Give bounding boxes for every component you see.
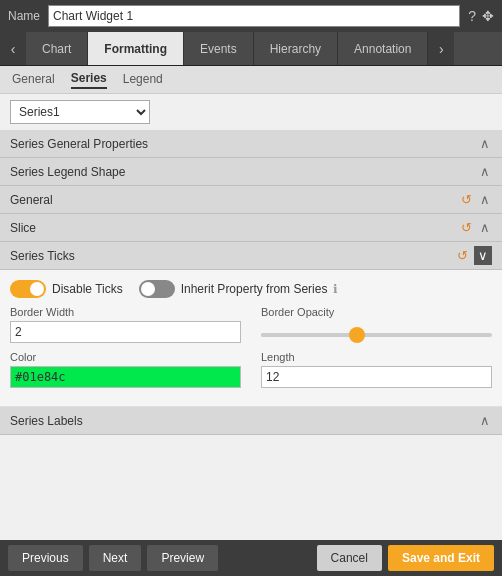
section-slice[interactable]: Slice ↺ ∧ — [0, 214, 502, 242]
tab-next-arrow[interactable]: › — [428, 32, 454, 65]
cancel-button[interactable]: Cancel — [317, 545, 382, 571]
ticks-refresh-btn[interactable]: ↺ — [455, 246, 470, 265]
section-series-general-title: Series General Properties — [10, 137, 148, 151]
border-width-group: Border Width — [10, 306, 241, 343]
tab-annotation[interactable]: Annotation — [338, 32, 428, 65]
slider-track — [261, 333, 492, 337]
border-width-label: Border Width — [10, 306, 241, 318]
tab-events[interactable]: Events — [184, 32, 254, 65]
tab-chart[interactable]: Chart — [26, 32, 88, 65]
slice-collapse-btn[interactable]: ∧ — [478, 218, 492, 237]
border-width-input[interactable] — [10, 321, 241, 343]
section-series-general-icons: ∧ — [478, 134, 492, 153]
title-bar: Name ? ✥ — [0, 0, 502, 32]
inherit-property-thumb — [141, 282, 155, 296]
inherit-property-toggle[interactable] — [139, 280, 175, 298]
widget-name-input[interactable] — [48, 5, 460, 27]
length-group: Length — [261, 351, 492, 388]
section-series-legend-title: Series Legend Shape — [10, 165, 125, 179]
preview-button[interactable]: Preview — [147, 545, 218, 571]
tab-bar: ‹ Chart Formatting Events Hierarchy Anno… — [0, 32, 502, 66]
length-label: Length — [261, 351, 492, 363]
border-opacity-group: Border Opacity — [261, 306, 492, 343]
color-label: Color — [10, 351, 241, 363]
save-and-exit-button[interactable]: Save and Exit — [388, 545, 494, 571]
inherit-property-track — [139, 280, 175, 298]
info-icon: ℹ — [333, 282, 338, 296]
series-select[interactable]: Series1 Series2 Series3 — [10, 100, 150, 124]
section-slice-icons: ↺ ∧ — [459, 218, 492, 237]
section-slice-title: Slice — [10, 221, 36, 235]
series-legend-collapse-btn[interactable]: ∧ — [478, 162, 492, 181]
section-series-legend-icons: ∧ — [478, 162, 492, 181]
disable-ticks-thumb — [30, 282, 44, 296]
help-icon[interactable]: ? — [468, 8, 476, 24]
content-area: General Series Legend Series1 Series2 Se… — [0, 66, 502, 540]
disable-ticks-toggle[interactable] — [10, 280, 46, 298]
tab-prev-arrow[interactable]: ‹ — [0, 32, 26, 65]
series-ticks-content: Disable Ticks Inherit Property from Seri… — [0, 270, 502, 407]
subtab-series[interactable]: Series — [71, 71, 107, 89]
color-value: #01e84c — [15, 370, 66, 384]
border-row: Border Width Border Opacity — [10, 306, 492, 343]
previous-button[interactable]: Previous — [8, 545, 83, 571]
section-series-ticks-icons: ↺ ∨ — [455, 246, 492, 265]
slider-fill — [261, 333, 353, 337]
toggle-row: Disable Ticks Inherit Property from Seri… — [10, 280, 492, 298]
tab-hierarchy[interactable]: Hierarchy — [254, 32, 338, 65]
section-series-labels[interactable]: Series Labels ∧ — [0, 407, 502, 435]
color-length-row: Color #01e84c Length — [10, 351, 492, 388]
section-general-icons: ↺ ∧ — [459, 190, 492, 209]
disable-ticks-label: Disable Ticks — [52, 282, 123, 296]
color-swatch[interactable]: #01e84c — [10, 366, 241, 388]
section-series-labels-title: Series Labels — [10, 414, 83, 428]
subtab-general[interactable]: General — [12, 72, 55, 88]
border-opacity-label: Border Opacity — [261, 306, 492, 318]
scroll-container[interactable]: Series General Properties ∧ Series Legen… — [0, 130, 502, 540]
border-opacity-slider[interactable] — [261, 321, 492, 341]
length-input[interactable] — [261, 366, 492, 388]
inherit-property-group: Inherit Property from Series ℹ — [139, 280, 339, 298]
general-refresh-btn[interactable]: ↺ — [459, 190, 474, 209]
bottom-bar: Previous Next Preview Cancel Save and Ex… — [0, 540, 502, 576]
series-general-collapse-btn[interactable]: ∧ — [478, 134, 492, 153]
color-group: Color #01e84c — [10, 351, 241, 388]
next-button[interactable]: Next — [89, 545, 142, 571]
section-series-ticks-title: Series Ticks — [10, 249, 75, 263]
tab-formatting[interactable]: Formatting — [88, 32, 184, 65]
section-series-legend[interactable]: Series Legend Shape ∧ — [0, 158, 502, 186]
subtab-legend[interactable]: Legend — [123, 72, 163, 88]
disable-ticks-group: Disable Ticks — [10, 280, 123, 298]
disable-ticks-track — [10, 280, 46, 298]
title-icons: ? ✥ — [468, 8, 494, 24]
ticks-collapse-btn[interactable]: ∨ — [474, 246, 492, 265]
move-icon[interactable]: ✥ — [482, 8, 494, 24]
section-series-ticks[interactable]: Series Ticks ↺ ∨ — [0, 242, 502, 270]
section-series-labels-icons: ∧ — [478, 411, 492, 430]
series-select-row: Series1 Series2 Series3 — [0, 94, 502, 130]
series-labels-collapse-btn[interactable]: ∧ — [478, 411, 492, 430]
inherit-property-label: Inherit Property from Series — [181, 282, 328, 296]
slice-refresh-btn[interactable]: ↺ — [459, 218, 474, 237]
section-general-title: General — [10, 193, 53, 207]
section-series-general[interactable]: Series General Properties ∧ — [0, 130, 502, 158]
general-collapse-btn[interactable]: ∧ — [478, 190, 492, 209]
name-label: Name — [8, 9, 40, 23]
slider-thumb[interactable] — [349, 327, 365, 343]
section-general[interactable]: General ↺ ∧ — [0, 186, 502, 214]
sub-tabs: General Series Legend — [0, 66, 502, 94]
